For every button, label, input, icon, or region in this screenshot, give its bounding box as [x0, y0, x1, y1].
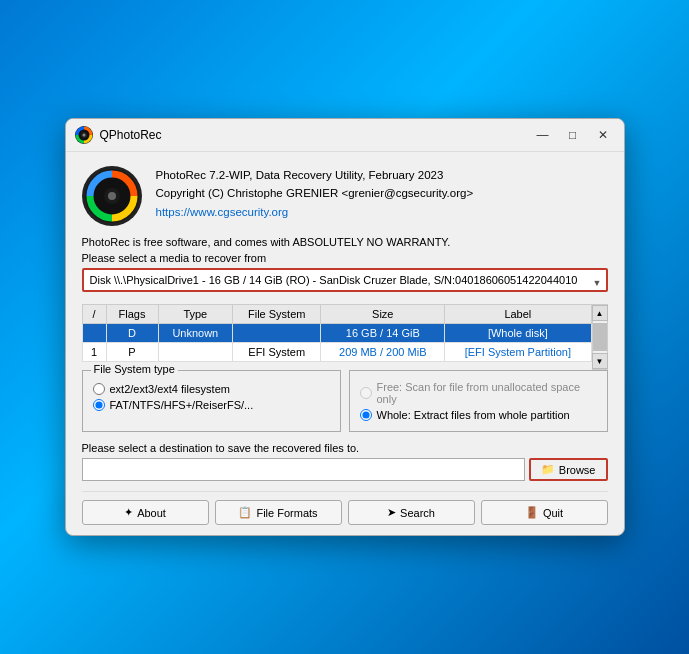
row1-num: 1	[82, 343, 106, 362]
filesystem-legend: File System type	[91, 363, 178, 375]
website-link[interactable]: https://www.cgsecurity.org	[156, 206, 289, 218]
disk-selector-wrapper: Disk \\.\PhysicalDrive1 - 16 GB / 14 GiB…	[82, 268, 608, 298]
scroll-down-button[interactable]: ▼	[592, 353, 608, 369]
media-select-label: Please select a media to recover from	[82, 252, 608, 264]
titlebar: QPhotoRec — □ ✕	[66, 119, 624, 152]
col-size: Size	[321, 305, 445, 324]
file-formats-icon: 📋	[238, 506, 252, 519]
options-row: File System type ext2/ext3/ext4 filesyst…	[82, 370, 608, 432]
partition-table-wrapper: / Flags Type File System Size Label D U	[82, 304, 608, 370]
table-header-row: / Flags Type File System Size Label	[82, 305, 591, 324]
search-button[interactable]: ➤ Search	[348, 500, 475, 525]
disk-selector[interactable]: Disk \\.\PhysicalDrive1 - 16 GB / 14 GiB…	[82, 268, 608, 292]
row1-flags: P	[106, 343, 158, 362]
free-scan-radio	[360, 387, 372, 399]
search-icon: ➤	[387, 506, 396, 519]
about-label: About	[137, 507, 166, 519]
row1-filesystem: EFI System	[233, 343, 321, 362]
window-content: PhotoRec 7.2-WIP, Data Recovery Utility,…	[66, 152, 624, 535]
file-formats-button[interactable]: 📋 File Formats	[215, 500, 342, 525]
copyright-text: Copyright (C) Christophe GRENIER <grenie…	[156, 184, 474, 202]
col-label: Label	[445, 305, 591, 324]
file-formats-label: File Formats	[256, 507, 317, 519]
ext-label: ext2/ext3/ext4 filesystem	[110, 383, 230, 395]
col-filesystem: File System	[233, 305, 321, 324]
ext-option[interactable]: ext2/ext3/ext4 filesystem	[93, 383, 330, 395]
row0-filesystem	[233, 324, 321, 343]
browse-label: Browse	[559, 464, 596, 476]
row0-type: Unknown	[158, 324, 233, 343]
app-header: PhotoRec 7.2-WIP, Data Recovery Utility,…	[82, 166, 608, 226]
table-row[interactable]: D Unknown 16 GB / 14 GiB [Whole disk]	[82, 324, 591, 343]
app-version: PhotoRec 7.2-WIP, Data Recovery Utility,…	[156, 166, 474, 184]
header-info: PhotoRec 7.2-WIP, Data Recovery Utility,…	[156, 166, 474, 221]
browse-button[interactable]: 📁 Browse	[529, 458, 608, 481]
row0-size: 16 GB / 14 GiB	[321, 324, 445, 343]
whole-scan-radio[interactable]	[360, 409, 372, 421]
table-scrollbar[interactable]: ▲ ▼	[592, 304, 608, 370]
maximize-button[interactable]: □	[560, 125, 586, 145]
partition-table: / Flags Type File System Size Label D U	[82, 304, 592, 362]
app-logo	[82, 166, 142, 226]
destination-input[interactable]	[82, 458, 525, 481]
table-row[interactable]: 1 P EFI System 209 MB / 200 MiB [EFI Sys…	[82, 343, 591, 362]
destination-row: 📁 Browse	[82, 458, 608, 481]
row0-num	[82, 324, 106, 343]
window-title: QPhotoRec	[100, 128, 530, 142]
search-label: Search	[400, 507, 435, 519]
whole-scan-label: Whole: Extract files from whole partitio…	[377, 409, 570, 421]
about-button[interactable]: ✦ About	[82, 500, 209, 525]
close-button[interactable]: ✕	[590, 125, 616, 145]
partition-table-scroll: / Flags Type File System Size Label D U	[82, 304, 592, 370]
free-scan-option: Free: Scan for file from unallocated spa…	[360, 381, 597, 405]
fat-label: FAT/NTFS/HFS+/ReiserFS/...	[110, 399, 254, 411]
fat-radio[interactable]	[93, 399, 105, 411]
svg-point-3	[82, 134, 85, 137]
row1-label: [EFI System Partition]	[445, 343, 591, 362]
row1-type	[158, 343, 233, 362]
col-flags: Flags	[106, 305, 158, 324]
window-controls: — □ ✕	[530, 125, 616, 145]
fat-option[interactable]: FAT/NTFS/HFS+/ReiserFS/...	[93, 399, 330, 411]
ext-radio[interactable]	[93, 383, 105, 395]
col-type: Type	[158, 305, 233, 324]
scan-options-box: Free: Scan for file from unallocated spa…	[349, 370, 608, 432]
scroll-thumb[interactable]	[593, 323, 607, 351]
quit-button[interactable]: 🚪 Quit	[481, 500, 608, 525]
about-icon: ✦	[124, 506, 133, 519]
destination-label: Please select a destination to save the …	[82, 442, 608, 454]
free-scan-label: Free: Scan for file from unallocated spa…	[377, 381, 597, 405]
filesystem-type-box: File System type ext2/ext3/ext4 filesyst…	[82, 370, 341, 432]
scroll-up-button[interactable]: ▲	[592, 305, 608, 321]
bottom-toolbar: ✦ About 📋 File Formats ➤ Search 🚪 Quit	[82, 491, 608, 525]
row0-flags: D	[106, 324, 158, 343]
minimize-button[interactable]: —	[530, 125, 556, 145]
quit-icon: 🚪	[525, 506, 539, 519]
row1-size: 209 MB / 200 MiB	[321, 343, 445, 362]
warranty-notice: PhotoRec is free software, and comes wit…	[82, 236, 608, 248]
quit-label: Quit	[543, 507, 563, 519]
row0-label: [Whole disk]	[445, 324, 591, 343]
browse-icon: 📁	[541, 463, 555, 476]
app-icon	[74, 125, 94, 145]
col-num: /	[82, 305, 106, 324]
svg-point-7	[108, 192, 116, 200]
main-window: QPhotoRec — □ ✕ P	[65, 118, 625, 536]
whole-scan-option[interactable]: Whole: Extract files from whole partitio…	[360, 409, 597, 421]
